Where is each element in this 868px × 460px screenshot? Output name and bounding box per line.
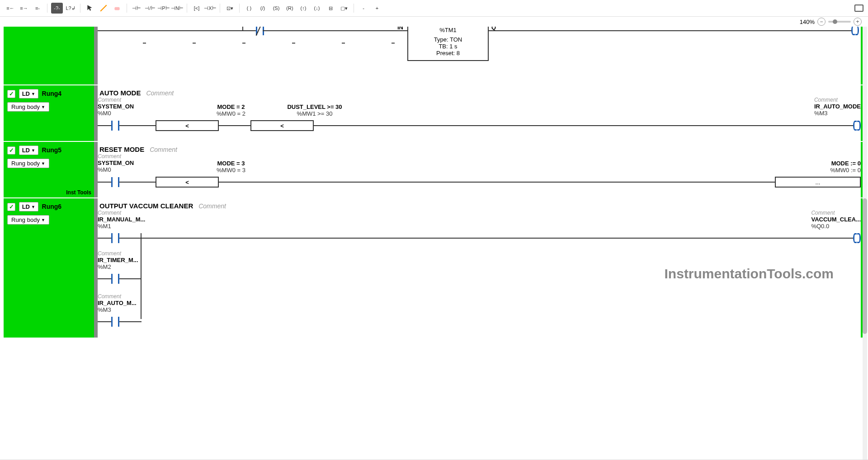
no-contact[interactable] bbox=[111, 177, 119, 187]
coil-labels: Comment VACCUM_CLEA... %Q0.0 bbox=[811, 210, 861, 230]
scrollbar-thumb[interactable] bbox=[863, 198, 867, 334]
coil-icon[interactable]: ( ) bbox=[243, 3, 255, 14]
no-contact[interactable] bbox=[111, 233, 119, 243]
timer-tb-label: TB: bbox=[439, 43, 448, 50]
wire bbox=[98, 321, 111, 322]
reset-coil-icon[interactable]: (R) bbox=[284, 3, 296, 14]
compare-labels: MODE = 3 %MW0 = 3 bbox=[211, 160, 251, 174]
vertical-scrollbar[interactable] bbox=[863, 27, 867, 460]
rung-check[interactable]: ✓ bbox=[7, 90, 15, 98]
compare-block[interactable]: < bbox=[156, 120, 219, 131]
wire bbox=[142, 238, 853, 239]
contact-element[interactable]: Comment IR_TIMER_M... %M2 bbox=[98, 250, 138, 270]
wire bbox=[489, 30, 852, 31]
falling-coil-icon[interactable]: (↓) bbox=[311, 3, 323, 14]
rung-body-dropdown[interactable]: Rung body bbox=[7, 159, 49, 168]
contact-element[interactable]: Comment IR_MANUAL_M... %M1 bbox=[98, 210, 145, 230]
compare-block-icon[interactable]: [<] bbox=[191, 3, 203, 14]
nc-contact-icon[interactable]: ⊣/⊢ bbox=[144, 3, 156, 14]
rung-comment[interactable]: Comment bbox=[198, 202, 226, 210]
plus-icon[interactable]: + bbox=[371, 3, 383, 14]
ladder-editor: IN Q %TM1 Type: TON TB: 1 s Preset: 8 bbox=[0, 27, 868, 460]
nc-contact[interactable] bbox=[256, 27, 264, 37]
separator bbox=[127, 4, 127, 13]
lang-dropdown[interactable]: LD bbox=[19, 146, 38, 155]
eraser-icon[interactable] bbox=[111, 3, 123, 14]
rung-sidebar bbox=[4, 27, 94, 84]
rung-name: Rung4 bbox=[42, 90, 62, 97]
lang-dropdown[interactable]: LD bbox=[19, 202, 38, 211]
no-contact[interactable] bbox=[111, 317, 119, 327]
rung-title[interactable]: OUTPUT VACCUM CLEANER bbox=[98, 202, 193, 210]
wire bbox=[263, 30, 407, 31]
zoom-label: 140% bbox=[800, 19, 815, 25]
coil[interactable] bbox=[851, 27, 859, 37]
wire bbox=[119, 278, 142, 279]
compare-block[interactable]: < bbox=[250, 120, 314, 131]
rung-check[interactable]: ✓ bbox=[7, 203, 15, 211]
draw-wire-icon[interactable] bbox=[98, 3, 109, 14]
rung-content: IN Q %TM1 Type: TON TB: 1 s Preset: 8 bbox=[98, 27, 861, 84]
neg-coil-icon[interactable]: (/) bbox=[257, 3, 269, 14]
left-rail bbox=[94, 198, 98, 338]
minus-icon[interactable]: - bbox=[358, 3, 369, 14]
no-contact-icon[interactable]: ⊣⊢ bbox=[131, 3, 142, 14]
branch-mode-icon[interactable]: L?↲ bbox=[65, 3, 76, 14]
toolbar: ≡← ≡→ ≡- -?- L?↲ ⊣⊢ ⊣/⊢ ⊣P⊢ ⊣N⊢ [<] ⊣X⊢ … bbox=[0, 0, 868, 17]
no-contact[interactable] bbox=[111, 274, 119, 284]
rung-title[interactable]: RESET MODE bbox=[98, 146, 144, 153]
rung-comment[interactable]: Comment bbox=[146, 89, 174, 97]
rung-comment[interactable]: Comment bbox=[150, 146, 177, 153]
coil[interactable] bbox=[853, 233, 861, 243]
zoom-in-icon[interactable]: + bbox=[854, 18, 862, 26]
wire bbox=[98, 182, 111, 183]
timer-addr: %TM1 bbox=[414, 27, 482, 33]
timer-in-label: IN bbox=[397, 27, 403, 31]
comment-mode-icon[interactable]: -?- bbox=[51, 3, 63, 14]
delete-rung-icon[interactable]: ≡- bbox=[32, 3, 43, 14]
operate-block[interactable]: ... bbox=[775, 177, 861, 188]
svg-rect-0 bbox=[114, 7, 119, 10]
contact-element[interactable]: Comment IR_AUTO_M... %M3 bbox=[98, 293, 137, 313]
operate-labels: MODE := 0 %MW0 := 0 bbox=[830, 160, 861, 174]
falling-contact-icon[interactable]: ⊣N⊢ bbox=[171, 3, 183, 14]
compare-block[interactable]: < bbox=[156, 177, 219, 188]
zoom-out-icon[interactable]: − bbox=[817, 18, 826, 26]
rising-coil-icon[interactable]: (↑) bbox=[297, 3, 309, 14]
no-contact[interactable] bbox=[111, 121, 119, 131]
timer-tb-value: 1 s bbox=[449, 43, 457, 50]
rung-body-dropdown[interactable]: Rung body bbox=[7, 102, 49, 112]
jump-icon[interactable]: ▢▾ bbox=[338, 3, 350, 14]
rung-partial: IN Q %TM1 Type: TON TB: 1 s Preset: 8 bbox=[4, 27, 864, 85]
contact-element[interactable]: Comment SYSTEM_ON %M0 bbox=[98, 97, 134, 117]
timer-preset-label: Preset: bbox=[436, 50, 455, 56]
grid-dot bbox=[193, 42, 196, 44]
operate-block-icon[interactable]: ⊟ bbox=[325, 3, 336, 14]
coil[interactable] bbox=[853, 121, 861, 131]
rung-title[interactable]: AUTO MODE bbox=[98, 89, 141, 97]
watermark-side: Inst Tools bbox=[66, 189, 91, 196]
set-coil-icon[interactable]: (S) bbox=[270, 3, 282, 14]
insert-rung-after-icon[interactable]: ≡→ bbox=[18, 3, 30, 14]
expand-icon[interactable] bbox=[854, 5, 863, 12]
rising-contact-icon[interactable]: ⊣P⊢ bbox=[158, 3, 170, 14]
grid-dot bbox=[392, 42, 395, 44]
grid-dot bbox=[143, 42, 146, 44]
rung-check[interactable]: ✓ bbox=[7, 146, 15, 155]
insert-rung-before-icon[interactable]: ≡← bbox=[5, 3, 16, 14]
wire bbox=[242, 30, 256, 31]
timer-block[interactable]: IN Q %TM1 Type: TON TB: 1 s Preset: 8 bbox=[407, 27, 489, 61]
lang-dropdown[interactable]: LD bbox=[19, 89, 38, 99]
zoom-slider[interactable] bbox=[828, 21, 851, 23]
pointer-icon[interactable] bbox=[84, 3, 96, 14]
wire bbox=[119, 238, 142, 239]
left-rail bbox=[94, 27, 98, 84]
grid-dot bbox=[242, 42, 245, 44]
contact-element[interactable]: Comment SYSTEM_ON %M0 bbox=[98, 153, 134, 173]
separator bbox=[80, 4, 80, 13]
xor-contact-icon[interactable]: ⊣X⊢ bbox=[204, 3, 216, 14]
rung-sidebar: ✓ LD Rung6 Rung body bbox=[4, 198, 94, 338]
function-block-icon[interactable]: ⊡▾ bbox=[224, 3, 236, 14]
rung-body-dropdown[interactable]: Rung body bbox=[7, 215, 49, 225]
wire bbox=[98, 278, 111, 279]
